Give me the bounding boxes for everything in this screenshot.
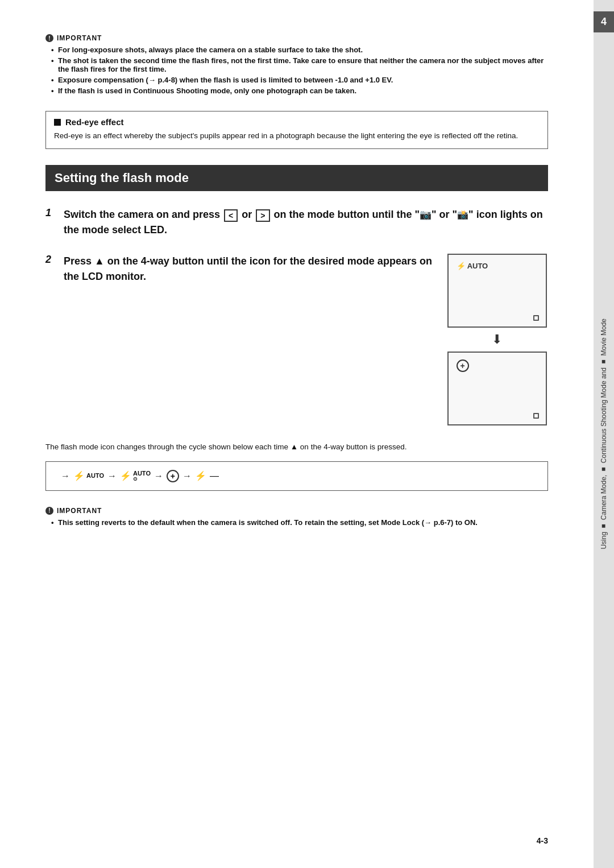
screen1-icon: ⚡ AUTO — [457, 262, 488, 270]
step2-images: ⚡ AUTO ⬇ + — [446, 254, 548, 425]
lcd-screen-2: + — [447, 352, 547, 425]
black-square-icon — [54, 119, 61, 126]
cycle-start-arrow: → — [61, 471, 70, 481]
cycle-item-4: ⚡ — [195, 470, 206, 481]
important-bottom-icon: ! — [45, 507, 53, 515]
important-bottom-section: ! Important This setting reverts to the … — [45, 507, 548, 527]
cycle-item-1: ⚡ AUTO — [73, 470, 104, 481]
sidebar-number: 4 — [594, 11, 614, 32]
step-1-text: Switch the camera on and press < or > on… — [64, 207, 548, 238]
cycle-arrow-3: → — [182, 471, 192, 481]
screen2-icon: + — [457, 359, 469, 372]
step-1-number: 1 — [45, 207, 57, 238]
redeye-body-text: Red-eye is an effect whereby the subject… — [54, 130, 540, 142]
cycle-description: The flash mode icon changes through the … — [45, 441, 548, 453]
important-top-section: ! Important For long-exposure shots, alw… — [45, 34, 548, 95]
circle-plus-cycle: + — [167, 470, 179, 482]
cycle-box: → ⚡ AUTO → ⚡ AUTO ⊙ → — [45, 461, 548, 491]
important-icon: ! — [45, 34, 53, 42]
important-bottom-bullets: This setting reverts to the default when… — [45, 518, 548, 527]
sidebar-text: Using ■ Camera Mode, ■ Continuous Shooti… — [600, 319, 608, 549]
important-top-label: Important — [57, 34, 102, 42]
page-container: ! Important For long-exposure shots, alw… — [0, 0, 614, 868]
step-2-number: 2 — [45, 254, 57, 425]
important-bullet-1: For long-exposure shots, always place th… — [51, 46, 548, 54]
main-content: ! Important For long-exposure shots, alw… — [0, 0, 594, 868]
step1-text-or: or — [242, 209, 255, 220]
step-1: 1 Switch the camera on and press < or > … — [45, 207, 548, 238]
step2-text-content: Press ▲ on the 4-way button until the ic… — [64, 254, 434, 284]
important-bottom-header: ! Important — [45, 507, 548, 515]
important-top-bullets: For long-exposure shots, always place th… — [45, 46, 548, 95]
important-bullet-3: Exposure compensation (→ p.4-8) when the… — [51, 76, 548, 84]
flash-symbol-4: ⚡ — [195, 470, 206, 481]
important-bottom-label: Important — [57, 507, 102, 515]
redeye-box: Red-eye effect Red-eye is an effect wher… — [45, 111, 548, 149]
step1-btn-left: < — [224, 209, 238, 222]
cycle-arrow-2: → — [154, 471, 163, 481]
step1-btn-right: > — [256, 209, 269, 222]
important-bottom-bullet-1: This setting reverts to the default when… — [51, 518, 548, 527]
arrow-down-icon: ⬇ — [492, 332, 502, 347]
important-top-header: ! Important — [45, 34, 548, 42]
sidebar-tab-text: Using ■ Camera Mode, ■ Continuous Shooti… — [599, 313, 609, 555]
important-bullet-2: The shot is taken the second time the fl… — [51, 56, 548, 73]
step-1-content: Switch the camera on and press < or > on… — [64, 207, 548, 238]
section-header: Setting the flash mode — [45, 165, 548, 191]
redeye-title: Red-eye effect — [54, 117, 540, 127]
redeye-title-text: Red-eye effect — [65, 117, 124, 127]
step2-text: Press ▲ on the 4-way button until the ic… — [64, 254, 434, 425]
lcd-screen-1: ⚡ AUTO — [447, 254, 547, 328]
step1-text-before: Switch the camera on and press — [64, 209, 220, 220]
screen1-dot — [533, 315, 539, 321]
sidebar-tab: 4 Using ■ Camera Mode, ■ Continuous Shoo… — [594, 0, 614, 868]
step-2: 2 Press ▲ on the 4-way button until the … — [45, 254, 548, 425]
flash-symbol-2: ⚡ — [120, 470, 131, 481]
cycle-section: The flash mode icon changes through the … — [45, 441, 548, 490]
flash-symbol-1: ⚡ — [73, 470, 85, 481]
cycle-item-2: ⚡ AUTO ⊙ — [120, 470, 151, 482]
page-number: 4-3 — [537, 836, 548, 845]
important-bullet-4: If the flash is used in Continuous Shoot… — [51, 86, 548, 95]
circle-plus-icon: + — [457, 359, 469, 372]
screen2-dot — [533, 413, 539, 419]
cycle-trailing: — — [210, 471, 219, 481]
step-2-content: Press ▲ on the 4-way button until the ic… — [64, 254, 548, 425]
flash-auto-label-1: AUTO — [86, 473, 104, 479]
flash-auto-label-2: AUTO ⊙ — [133, 470, 151, 482]
section-title-text: Setting the flash mode — [55, 171, 189, 185]
cycle-item-3: + — [167, 470, 179, 482]
cycle-arrow-1: → — [107, 471, 117, 481]
